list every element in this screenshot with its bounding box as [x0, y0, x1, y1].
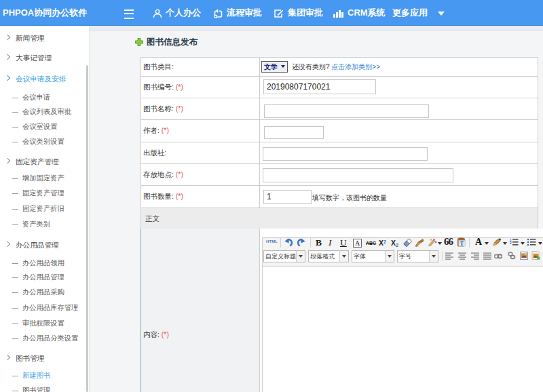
- svg-text:T: T: [460, 241, 464, 247]
- svg-text:2: 2: [510, 241, 512, 245]
